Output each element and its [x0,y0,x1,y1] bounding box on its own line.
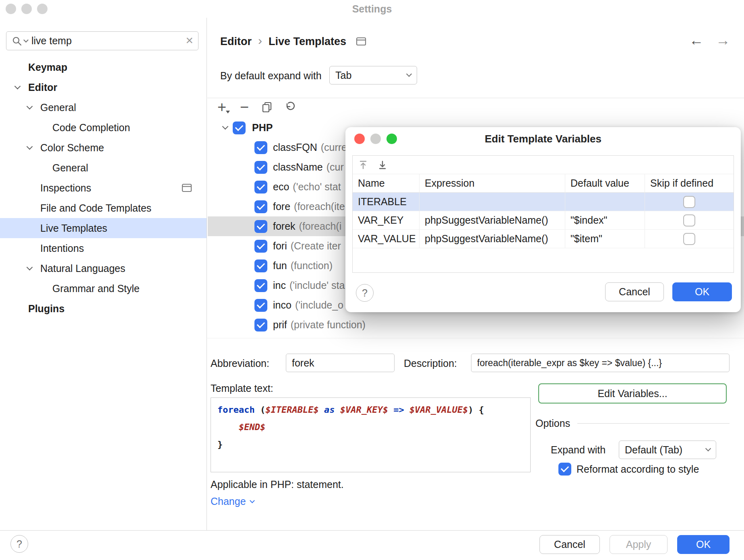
back-arrow-icon[interactable]: ← [689,33,704,47]
variable-name-cell: VAR_VALUE [353,230,420,248]
template-checkbox[interactable] [254,299,267,312]
template-description: (cur [327,161,344,173]
default-expand-dropdown[interactable]: Tab [329,66,417,84]
breadcrumb-editor[interactable]: Editor [220,35,252,48]
template-checkbox[interactable] [254,279,267,292]
sidebar-item-live-templates[interactable]: Live Templates [0,218,207,238]
template-checkbox[interactable] [254,161,267,174]
template-abbreviation: classFQN [273,142,317,153]
forward-arrow-icon[interactable]: → [716,33,730,47]
clear-search-icon[interactable]: × [186,34,193,47]
sidebar-item-inspections[interactable]: Inspections [0,178,207,198]
group-checkbox[interactable] [233,121,246,134]
template-description: (private function) [291,319,366,331]
chevron-down-icon[interactable] [14,83,21,89]
template-checkbox[interactable] [254,200,267,213]
template-checkbox[interactable] [254,181,267,194]
variable-row-iterable[interactable]: ITERABLE [353,193,734,211]
restore-defaults-button[interactable] [282,100,297,114]
reformat-label: Reformat according to style [577,463,699,475]
search-input[interactable] [31,35,183,47]
duplicate-template-button[interactable] [260,100,274,114]
settings-search-box[interactable]: × [6,31,198,50]
sidebar-item-plugins[interactable]: Plugins [0,299,207,319]
template-checkbox[interactable] [254,220,267,233]
variable-default-cell: "$index" [565,211,645,230]
sidebar-item-intentions[interactable]: Intentions [0,238,207,258]
open-in-window-icon[interactable] [356,37,366,46]
column-default-value[interactable]: Default value [565,174,645,193]
variable-default-cell: "$item" [565,230,645,248]
panel-divider [207,338,744,338]
chevron-down-icon [406,71,412,77]
cancel-button[interactable]: Cancel [539,535,600,554]
template-abbreviation: inc [273,280,286,291]
description-input[interactable] [471,354,730,372]
sidebar-item-keymap[interactable]: Keymap [0,57,207,77]
sidebar-item-label: Grammar and Style [52,283,140,294]
sidebar-item-file-and-code-templates[interactable]: File and Code Templates [0,198,207,218]
abbreviation-input[interactable] [286,354,395,372]
sidebar-item-color-scheme[interactable]: Color Scheme [0,138,207,158]
column-skip-if-defined[interactable]: Skip if defined [645,174,734,193]
template-checkbox[interactable] [254,240,267,253]
template-checkbox[interactable] [254,141,267,154]
apply-button[interactable]: Apply [610,535,668,554]
template-description: (curre [321,142,347,153]
expand-with-dropdown[interactable]: Default (Tab) [619,441,716,459]
template-abbreviation: prif [273,319,287,331]
template-text-editor[interactable]: foreach ($ITERABLE$ as $VAR_KEY$ => $VAR… [211,397,531,472]
skip-if-defined-checkbox[interactable] [683,214,695,226]
restore-icon [283,100,296,114]
sidebar-item-natural-languages[interactable]: Natural Languages [0,258,207,278]
template-list-toolbar: + − [215,100,297,114]
template-abbreviation: fun [273,260,287,272]
template-checkbox[interactable] [254,259,267,272]
column-expression[interactable]: Expression [420,174,565,193]
dialog-cancel-button[interactable]: Cancel [605,282,664,301]
variable-expression-cell [420,193,565,211]
sidebar-item-label: Color Scheme [40,142,104,154]
help-button[interactable]: ? [10,535,28,553]
move-down-icon [376,159,389,171]
change-context-link[interactable]: Change [211,492,254,511]
search-history-chevron-icon[interactable] [23,37,29,43]
template-description: ('echo' stat [293,181,341,193]
chevron-down-icon[interactable] [27,143,33,150]
edit-template-variables-dialog: Edit Template Variables Name Expression … [345,127,741,312]
sidebar-item-label: Inspections [40,182,91,194]
remove-template-button[interactable]: − [237,100,252,114]
sidebar-item-general[interactable]: General [0,158,207,178]
chevron-down-icon[interactable] [27,264,33,270]
variable-row-var_value[interactable]: VAR_VALUE phpSuggestVariableName() "$ite… [353,230,734,248]
add-template-button[interactable]: + [215,100,229,114]
sidebar-item-label: Code Completion [52,122,130,134]
chevron-down-icon[interactable] [222,124,229,130]
variable-skip-cell [645,230,734,248]
skip-if-defined-checkbox[interactable] [683,233,695,245]
template-checkbox[interactable] [254,319,267,331]
sidebar-item-code-completion[interactable]: Code Completion [0,117,207,138]
sidebar-item-grammar-and-style[interactable]: Grammar and Style [0,278,207,299]
open-in-window-icon [182,183,192,193]
move-up-button[interactable] [356,158,370,172]
template-description: (Create iter [291,240,341,252]
move-down-button[interactable] [375,158,390,172]
sidebar-item-label: General [40,102,76,113]
footer-divider [0,530,744,531]
variables-table: Name Expression Default value Skip if de… [352,155,734,273]
ok-button[interactable]: OK [677,535,730,554]
edit-variables-button[interactable]: Edit Variables... [538,383,727,404]
group-label: PHP [252,122,273,134]
column-name[interactable]: Name [353,174,420,193]
chevron-down-icon[interactable] [27,103,33,109]
reformat-checkbox[interactable] [558,463,571,476]
skip-if-defined-checkbox[interactable] [683,196,695,208]
dialog-help-button[interactable]: ? [356,284,374,302]
template-row-prif[interactable]: prif (private function) [208,315,744,335]
sidebar-item-general[interactable]: General [0,97,207,117]
dialog-ok-button[interactable]: OK [672,282,732,301]
description-label: Description: [404,354,457,373]
sidebar-item-editor[interactable]: Editor [0,77,207,97]
variable-row-var_key[interactable]: VAR_KEY phpSuggestVariableName() "$index… [353,211,734,230]
